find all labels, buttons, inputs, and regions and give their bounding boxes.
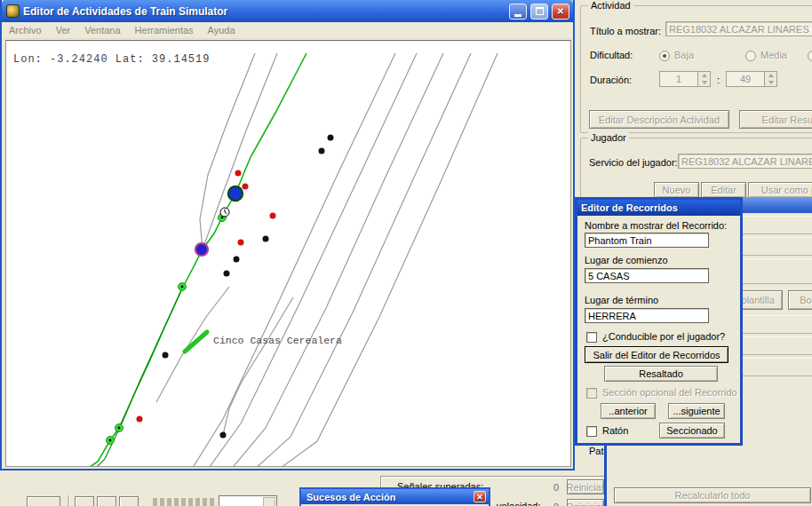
track-node-marker[interactable] — [263, 236, 269, 242]
menu-archivo[interactable]: Archivo — [9, 25, 42, 36]
map-canvas[interactable]: Cinco Casas Cerealera Lon: -3.24240 Lat:… — [5, 40, 571, 467]
title-label: Título a mostrar: — [590, 26, 661, 36]
duration-minutes-spinner[interactable]: 49 — [726, 71, 777, 87]
mouse-checkbox-label: Ratón — [602, 425, 628, 436]
activity-groupbox: Actividad Título a mostrar: Dificultad: … — [580, 5, 812, 133]
menu-ventana[interactable]: Ventana — [84, 25, 120, 36]
bottom-toolbar-button[interactable] — [27, 496, 60, 506]
exit-route-editor-button[interactable]: Salir del Editor de Recorridos — [585, 346, 728, 363]
signal-marker[interactable] — [243, 184, 249, 190]
start-place-input[interactable] — [585, 268, 709, 283]
track-line — [203, 53, 277, 249]
events-close-button[interactable]: ✕ — [474, 491, 486, 502]
siding-marker[interactable] — [185, 332, 207, 352]
delete-button-fragment[interactable]: Bo — [788, 290, 812, 310]
minimize-button[interactable] — [509, 4, 527, 20]
menu-ayuda[interactable]: Ayuda — [208, 25, 235, 36]
path-junction-marker[interactable] — [195, 243, 208, 256]
minimize-icon — [514, 14, 521, 17]
activity-group-title: Actividad — [588, 0, 633, 11]
bottom-toolbar-button[interactable] — [119, 496, 139, 506]
track-node-marker[interactable] — [224, 271, 230, 277]
duration-hours-value: 1 — [660, 72, 697, 86]
end-place-input[interactable] — [585, 308, 709, 323]
signal-marker[interactable] — [137, 416, 143, 423]
optional-section-checkbox[interactable] — [586, 388, 597, 399]
bottom-toolbar-button[interactable] — [97, 496, 116, 506]
route-name-label: Nombre a mostrar del Recorrido: — [585, 220, 727, 231]
difficulty-radio-media[interactable] — [745, 51, 756, 61]
path-start-marker[interactable] — [228, 186, 243, 201]
activity-title-input[interactable] — [665, 21, 812, 36]
duration-label: Duración: — [590, 75, 632, 85]
dialog-title: Editor de Recorridos — [581, 202, 736, 213]
combobox-arrow-icon[interactable] — [263, 497, 275, 506]
sectioned-button[interactable]: Seccionado — [659, 423, 725, 439]
new-button[interactable]: Nuevo — [654, 182, 699, 198]
track-node-marker[interactable] — [319, 148, 325, 154]
difficulty-media-label: Media — [760, 50, 787, 60]
drivable-checkbox-label: ¿Conducible por el jugador? — [602, 331, 725, 342]
previous-button[interactable]: ..anterior — [601, 403, 656, 419]
signal-marker[interactable] — [270, 213, 276, 219]
events-titlebar: Sucesos de Acción ✕ — [301, 489, 489, 504]
track-node-marker[interactable] — [328, 135, 334, 141]
duration-separator: : — [717, 75, 720, 85]
reset-speed-button[interactable]: Reiniciar — [567, 499, 604, 506]
highlight-button[interactable]: Resaltado — [604, 366, 718, 382]
track-line — [223, 297, 293, 435]
maximize-button[interactable] — [530, 4, 548, 20]
next-button[interactable]: ...siguiente — [668, 403, 725, 419]
close-button[interactable]: ✕ — [552, 4, 569, 20]
signals-passed-value: 0 — [553, 482, 559, 493]
player-path-line — [84, 53, 306, 467]
path-label-fragment: Pat — [589, 446, 604, 456]
route-name-input[interactable] — [585, 233, 709, 248]
difficulty-radio-alta[interactable] — [808, 51, 812, 61]
player-group-title: Jugador — [588, 132, 629, 143]
use-as-template-button[interactable]: Usar como plantilla — [748, 182, 812, 198]
end-place-label: Lugar de término — [585, 295, 658, 305]
stop-marker-center — [181, 286, 184, 289]
mouse-checkbox[interactable] — [586, 426, 597, 437]
maximize-icon — [536, 7, 544, 15]
edit-description-button[interactable]: Editar Descripción Actividad — [589, 110, 729, 129]
speed-label-fragment: velocidad: — [497, 501, 541, 506]
close-icon: ✕ — [476, 493, 483, 502]
screen: { "main_window": { "title": "Editor de A… — [0, 0, 812, 506]
recalculate-all-button[interactable]: Recalcularlo todo — [614, 487, 811, 503]
reset-signals-button[interactable]: Reiniciar — [567, 479, 604, 494]
bottom-toolbar-label — [153, 498, 215, 506]
player-service-input[interactable] — [678, 154, 812, 169]
radio-dot — [663, 54, 666, 58]
menu-ver[interactable]: Ver — [56, 25, 71, 36]
spinner-arrows[interactable] — [764, 72, 776, 86]
difficulty-baja-label: Baja — [674, 50, 694, 60]
edit-button[interactable]: Editar — [701, 182, 746, 198]
signal-marker[interactable] — [238, 240, 244, 246]
menu-herramientas[interactable]: Herramientas — [135, 25, 194, 36]
action-events-window: Sucesos de Acción ✕ — [299, 487, 490, 506]
edit-summary-button[interactable]: Editar Resumen — [739, 110, 812, 129]
bottom-toolbar-combobox[interactable] — [219, 495, 277, 506]
start-place-label: Lugar de comienzo — [585, 255, 668, 265]
toolbar-separator — [68, 495, 69, 506]
track-line — [230, 53, 443, 467]
station-label: Cinco Casas Cerealera — [213, 335, 342, 346]
difficulty-radio-baja[interactable] — [659, 51, 670, 61]
coordinates-readout: Lon: -3.24240 Lat: 39.14519 — [13, 53, 210, 66]
bottom-toolbar-button[interactable] — [75, 496, 94, 506]
duration-hours-spinner[interactable]: 1 — [659, 71, 711, 87]
drivable-checkbox[interactable] — [586, 332, 597, 343]
difficulty-label: Dificultad: — [590, 50, 633, 60]
spinner-arrows[interactable] — [697, 72, 710, 86]
main-titlebar: Editor de Actividades de Train Simulator… — [2, 0, 573, 22]
signal-marker[interactable] — [235, 170, 242, 177]
speed-value: 0 — [553, 502, 559, 506]
route-editor-dialog: Editor de Recorridos Nombre a mostrar de… — [575, 197, 743, 446]
track-map[interactable]: Cinco Casas Cerealera — [6, 46, 571, 467]
track-node-marker[interactable] — [234, 257, 240, 263]
track-node-marker[interactable] — [163, 352, 169, 359]
optional-section-label: Sección opcional del Recorrido — [602, 387, 737, 398]
track-node-marker[interactable] — [220, 432, 227, 439]
